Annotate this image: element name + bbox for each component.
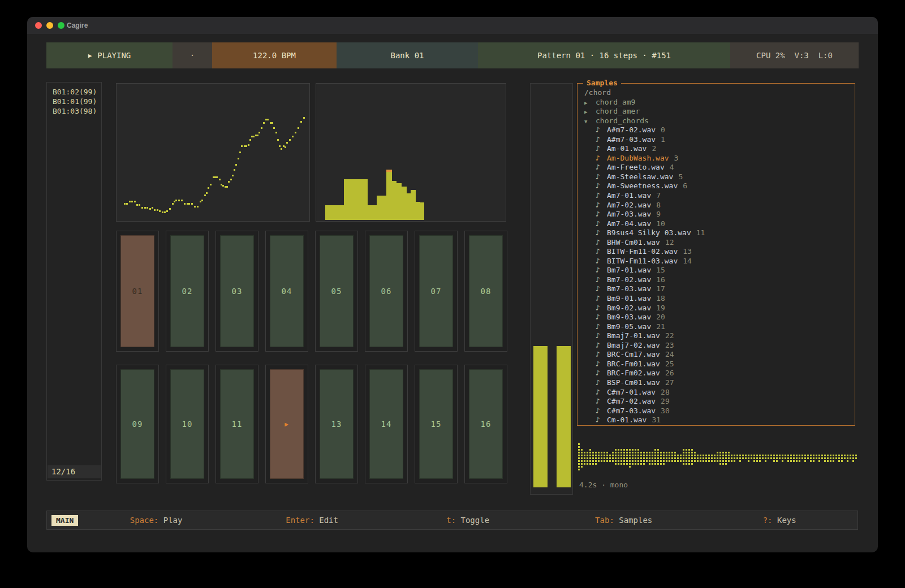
sample-file-16[interactable]: ♪Bm7-02.wav16 (584, 275, 855, 285)
sample-file-index: 24 (665, 350, 674, 358)
app-window: Cagire ▶PLAYING · 122.0 BPM Bank 01 Patt… (27, 17, 878, 552)
sample-file-29[interactable]: ♪C#m7-02.wav29 (584, 397, 855, 407)
sample-file-11[interactable]: ♪B9sus4 Silky 03.wav11 (584, 228, 855, 238)
minimize-window-button[interactable] (46, 22, 53, 29)
sample-file-13[interactable]: ♪BITW-Fm11-02.wav13 (584, 247, 855, 257)
sample-file-14[interactable]: ♪BITW-Fm11-03.wav14 (584, 257, 855, 266)
pad-08[interactable]: 08 (464, 231, 507, 352)
music-note-icon: ♪ (596, 247, 607, 257)
pad-09[interactable]: 09 (116, 365, 159, 483)
pad-06[interactable]: 06 (365, 231, 408, 352)
folder-chord_am9[interactable]: ▶chord_am9 (584, 98, 855, 107)
pad-13[interactable]: 13 (315, 365, 358, 483)
pad-14[interactable]: 14 (365, 365, 408, 483)
sample-file-31[interactable]: ♪Cm-01.wav31 (584, 416, 855, 425)
sample-file-name: C#m7-02.wav (607, 397, 656, 405)
sample-file-index: 19 (656, 304, 665, 312)
sample-file-5[interactable]: ♪Am-Steelsaw.wav5 (584, 172, 855, 182)
bank-display: Bank 01 (337, 42, 478, 68)
metronome-indicator: · (173, 42, 212, 68)
pad-04[interactable]: 04 (265, 231, 308, 352)
sample-file-index: 30 (661, 407, 670, 415)
active-voices-panel: B01:02(99)B01:01(99)B01:03(98) 12/16 (46, 82, 102, 481)
pad-surface: 11 (220, 369, 254, 479)
sample-file-name: Bmaj7-02.wav (607, 341, 660, 349)
music-note-icon: ♪ (596, 331, 607, 341)
pad-surface: 10 (170, 369, 204, 479)
sample-file-24[interactable]: ♪BRC-Cm17.wav24 (584, 350, 855, 360)
sample-file-12[interactable]: ♪BHW-Cm01.wav12 (584, 238, 855, 248)
hint-label: Edit (314, 516, 338, 525)
folder-collapsed-icon[interactable]: ▶ (584, 107, 596, 117)
level-meter-2 (557, 346, 571, 487)
hint-key: t: (446, 516, 456, 525)
spectrum-bar (397, 183, 402, 220)
samples-root-path: /chord (584, 88, 855, 98)
sample-file-7[interactable]: ♪Am7-01.wav7 (584, 191, 855, 201)
sample-file-19[interactable]: ♪Bm9-02.wav19 (584, 304, 855, 313)
hint-key: Enter: (286, 516, 314, 525)
sample-file-8[interactable]: ♪Am7-02.wav8 (584, 201, 855, 210)
pad-02[interactable]: 02 (166, 231, 209, 352)
sample-file-21[interactable]: ♪Bm9-05.wav21 (584, 322, 855, 332)
sample-file-index: 31 (652, 416, 661, 424)
pad-10[interactable]: 10 (166, 365, 209, 483)
pad-number: 05 (331, 287, 342, 296)
sample-file-15[interactable]: ♪Bm7-01.wav15 (584, 266, 855, 275)
close-window-button[interactable] (35, 22, 42, 29)
sample-file-10[interactable]: ♪Am7-04.wav10 (584, 219, 855, 229)
sample-file-name: BHW-Cm01.wav (607, 238, 660, 247)
folder-chord_chords[interactable]: ▼chord_chords (584, 116, 855, 126)
sample-file-22[interactable]: ♪Bmaj7-01.wav22 (584, 331, 855, 341)
sample-file-index: 2 (652, 144, 656, 153)
pad-11[interactable]: 11 (216, 365, 258, 483)
sample-file-0[interactable]: ♪A#m7-02.wav0 (584, 126, 855, 135)
sample-file-28[interactable]: ♪C#m7-01.wav28 (584, 388, 855, 397)
folder-collapsed-icon[interactable]: ▶ (584, 98, 596, 108)
sample-file-2[interactable]: ♪Am-01.wav2 (584, 144, 855, 154)
sample-file-18[interactable]: ♪Bm9-01.wav18 (584, 294, 855, 304)
pad-15[interactable]: 15 (415, 365, 458, 483)
sample-file-17[interactable]: ♪Bm7-03.wav17 (584, 284, 855, 294)
pad-07[interactable]: 07 (415, 231, 458, 352)
sample-file-27[interactable]: ♪BSP-Cm01.wav27 (584, 378, 855, 388)
pad-surface: 14 (369, 369, 403, 479)
pad-03[interactable]: 03 (216, 231, 258, 352)
sample-file-index: 25 (665, 360, 674, 368)
voice-entry: B01:03(98) (47, 106, 101, 116)
music-note-icon: ♪ (596, 294, 607, 304)
bpm-display: 122.0 BPM (212, 42, 337, 68)
sample-file-1[interactable]: ♪A#m7-03.wav1 (584, 135, 855, 145)
pad-number: 11 (232, 420, 243, 429)
sample-file-26[interactable]: ♪BRC-Fm02.wav26 (584, 369, 855, 378)
sample-file-name: Am-01.wav (607, 144, 647, 153)
sample-file-25[interactable]: ♪BRC-Fm01.wav25 (584, 360, 855, 369)
sample-file-6[interactable]: ♪Am-Sweetness.wav6 (584, 181, 855, 191)
folder-chord_amer[interactable]: ▶chord_amer (584, 107, 855, 116)
music-note-icon: ♪ (596, 407, 607, 416)
desktop-background: Cagire ▶PLAYING · 122.0 BPM Bank 01 Patt… (0, 0, 905, 588)
sample-file-9[interactable]: ♪Am7-03.wav9 (584, 210, 855, 219)
transport-status: ▶PLAYING (46, 42, 173, 68)
pad-05[interactable]: 05 (315, 231, 358, 352)
pad-12[interactable]: ▶ (265, 365, 308, 483)
pad-16[interactable]: 16 (464, 365, 507, 483)
sample-file-30[interactable]: ♪C#m7-03.wav30 (584, 407, 855, 416)
sample-file-name: A#m7-02.wav (607, 126, 656, 134)
sample-file-23[interactable]: ♪Bmaj7-02.wav23 (584, 341, 855, 351)
voice-entry: B01:02(99) (47, 87, 101, 97)
pad-number: 10 (182, 420, 193, 429)
pad-01[interactable]: 01 (116, 231, 159, 352)
sample-file-20[interactable]: ♪Bm9-03.wav20 (584, 313, 855, 322)
hint-key: Space: (130, 516, 159, 525)
sample-file-name: Bm9-02.wav (607, 304, 651, 312)
sample-file-index: 28 (661, 388, 670, 396)
samples-tree: /chord▶chord_am9▶chord_amer▼chord_chords… (578, 84, 855, 425)
sample-file-name: BRC-Cm17.wav (607, 350, 660, 358)
sample-file-4[interactable]: ♪Am-Freeto.wav4 (584, 163, 855, 172)
sample-file-3[interactable]: ♪Am-DubWash.wav3 (584, 154, 855, 163)
sample-file-name: BRC-Fm02.wav (607, 369, 660, 377)
maximize-window-button[interactable] (58, 22, 64, 29)
spectrum-bar (411, 190, 416, 220)
folder-expanded-icon[interactable]: ▼ (584, 117, 596, 127)
